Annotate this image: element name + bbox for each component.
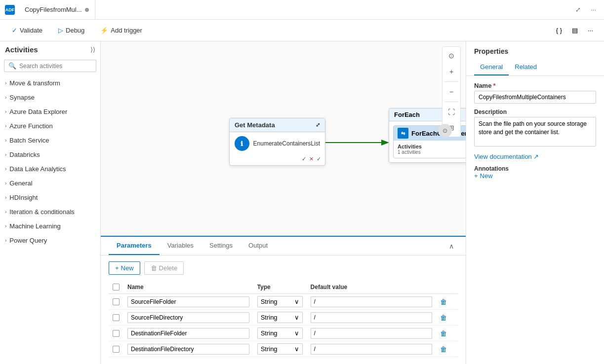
param-type-select-0[interactable]: String ∨ bbox=[257, 296, 303, 307]
description-textarea[interactable]: Scan the file path on your source storag… bbox=[474, 117, 596, 146]
param-default-input-3[interactable] bbox=[311, 344, 433, 355]
tab-output[interactable]: Output bbox=[241, 237, 276, 255]
props-tab-general[interactable]: General bbox=[474, 59, 509, 75]
tab-variables[interactable]: Variables bbox=[160, 237, 201, 255]
new-param-button[interactable]: + New bbox=[109, 261, 140, 275]
type-column-header: Type bbox=[253, 281, 307, 294]
param-name-input-1[interactable] bbox=[127, 312, 249, 323]
bottom-content: + New 🗑 Delete Name bbox=[101, 255, 466, 364]
view-docs-link[interactable]: View documentation ↗ bbox=[474, 153, 596, 160]
zoom-out-icon[interactable]: − bbox=[444, 85, 458, 99]
unsaved-indicator bbox=[85, 8, 89, 12]
name-input[interactable] bbox=[474, 91, 596, 104]
bottom-actions: + New 🗑 Delete bbox=[109, 261, 458, 275]
sidebar-item-azure-function[interactable]: › Azure Function bbox=[0, 119, 100, 133]
add-trigger-button[interactable]: ⚡ Add trigger bbox=[96, 25, 146, 36]
chevron-icon: › bbox=[5, 166, 6, 172]
param-default-input-0[interactable] bbox=[311, 296, 433, 307]
chevron-icon: › bbox=[5, 238, 6, 243]
sidebar-item-iteration[interactable]: › Iteration & conditionals bbox=[0, 205, 100, 219]
props-tab-related[interactable]: Related bbox=[509, 59, 543, 75]
required-indicator: * bbox=[493, 82, 495, 89]
delete-row-button-2[interactable]: 🗑 bbox=[440, 329, 447, 337]
collapse-panel-icon[interactable]: ∧ bbox=[445, 240, 458, 252]
param-type-select-1[interactable]: String ∨ bbox=[257, 312, 303, 323]
fit-screen-icon[interactable]: ⛶ bbox=[444, 105, 458, 119]
sidebar-item-label: HDInsight bbox=[9, 194, 38, 201]
chevron-icon: › bbox=[5, 181, 6, 186]
param-default-input-1[interactable] bbox=[311, 312, 433, 323]
add-annotation-label: New bbox=[480, 172, 493, 180]
sidebar-item-azure-data-explorer[interactable]: › Azure Data Explorer bbox=[0, 105, 100, 119]
sidebar-item-databricks[interactable]: › Databricks bbox=[0, 147, 100, 162]
pipeline-canvas[interactable]: Get Metadata ⤢ ℹ EnumerateContainersList… bbox=[101, 41, 466, 236]
delete-row-button-1[interactable]: 🗑 bbox=[440, 314, 447, 322]
delete-label: Delete bbox=[159, 264, 178, 272]
name-field-label: Name * bbox=[474, 82, 596, 89]
validate-button[interactable]: ✓ Validate bbox=[8, 25, 46, 36]
more-options-icon[interactable]: ··· bbox=[588, 4, 599, 15]
default-column-header: Default value bbox=[307, 281, 437, 294]
sidebar-item-machine-learning[interactable]: › Machine Learning bbox=[0, 219, 100, 233]
sidebar-item-label: Azure Function bbox=[9, 122, 52, 130]
sidebar-item-synapse[interactable]: › Synapse bbox=[0, 90, 100, 105]
chevron-down-icon: ∨ bbox=[294, 298, 299, 305]
table-row: String ∨ 🗑 bbox=[109, 294, 458, 310]
scroll-handle[interactable]: ⊙ bbox=[438, 124, 452, 138]
expand-node-icon[interactable]: ⤢ bbox=[316, 122, 320, 128]
tab-parameters[interactable]: Parameters bbox=[109, 237, 160, 255]
plus-icon: + bbox=[115, 264, 119, 272]
zoom-in-icon[interactable]: + bbox=[444, 65, 458, 78]
chevron-icon: › bbox=[5, 80, 6, 86]
param-name-input-3[interactable] bbox=[127, 344, 249, 355]
properties-tabs: General Related bbox=[466, 59, 604, 76]
add-annotation-button[interactable]: + New bbox=[474, 172, 596, 180]
debug-button[interactable]: ▷ Debug bbox=[54, 25, 88, 36]
get-metadata-node[interactable]: Get Metadata ⤢ ℹ EnumerateContainersList… bbox=[229, 118, 325, 166]
annotations-label: Annotations bbox=[474, 165, 596, 172]
delete-row-button-0[interactable]: 🗑 bbox=[440, 298, 447, 306]
code-view-icon[interactable]: { } bbox=[553, 25, 565, 36]
delete-row-button-3[interactable]: 🗑 bbox=[440, 345, 447, 353]
sidebar-icons: ⟩⟩ bbox=[90, 46, 95, 53]
search-box[interactable]: 🔍 bbox=[4, 60, 96, 72]
sidebar-item-batch-service[interactable]: › Batch Service bbox=[0, 133, 100, 147]
sidebar-item-label: General bbox=[9, 180, 32, 187]
overflow-menu-icon[interactable]: ··· bbox=[585, 25, 596, 36]
tab-settings[interactable]: Settings bbox=[201, 237, 241, 255]
delete-param-button[interactable]: 🗑 Delete bbox=[144, 261, 184, 275]
sidebar-item-move-transform[interactable]: › Move & transform bbox=[0, 76, 100, 90]
pipeline-tab[interactable]: CopyFilesfromMul... bbox=[19, 0, 95, 20]
row-checkbox-3[interactable] bbox=[113, 346, 120, 353]
sidebar-collapse-icon[interactable]: ⟩⟩ bbox=[90, 46, 95, 53]
expand-icon[interactable]: ⤢ bbox=[572, 4, 584, 15]
panel-icon[interactable]: ▤ bbox=[569, 25, 581, 36]
row-checkbox-0[interactable] bbox=[113, 298, 120, 305]
select-all-checkbox[interactable] bbox=[113, 284, 120, 291]
row-checkbox-1[interactable] bbox=[113, 314, 120, 321]
chevron-icon: › bbox=[5, 209, 6, 215]
sidebar-item-label: Synapse bbox=[9, 94, 35, 101]
row-checkbox-2[interactable] bbox=[113, 330, 120, 337]
sidebar-item-general[interactable]: › General bbox=[0, 176, 100, 190]
search-input[interactable] bbox=[19, 63, 93, 70]
param-type-select-3[interactable]: String ∨ bbox=[257, 343, 303, 355]
sidebar-item-label: Machine Learning bbox=[9, 222, 60, 230]
description-field-label: Description bbox=[474, 109, 596, 115]
chevron-icon: › bbox=[5, 123, 6, 129]
new-label: New bbox=[121, 264, 134, 272]
annotations-group: Annotations + New bbox=[474, 165, 596, 180]
param-name-input-2[interactable] bbox=[127, 328, 249, 339]
param-default-input-2[interactable] bbox=[311, 328, 433, 339]
param-type-select-2[interactable]: String ∨ bbox=[257, 328, 303, 339]
sidebar-item-label: Batch Service bbox=[9, 137, 49, 144]
zoom-fit-icon[interactable]: ⊙ bbox=[444, 49, 458, 63]
sidebar-item-power-query[interactable]: › Power Query bbox=[0, 233, 100, 248]
table-row: String ∨ 🗑 bbox=[109, 341, 458, 357]
param-name-input-0[interactable] bbox=[127, 296, 249, 307]
description-field-group: Description Scan the file path on your s… bbox=[474, 109, 596, 148]
sidebar-item-data-lake[interactable]: › Data Lake Analytics bbox=[0, 162, 100, 176]
sidebar-item-hdinsight[interactable]: › HDInsight bbox=[0, 190, 100, 205]
top-right-actions: ⤢ ··· bbox=[572, 4, 599, 15]
delete-icon: 🗑 bbox=[151, 264, 157, 272]
